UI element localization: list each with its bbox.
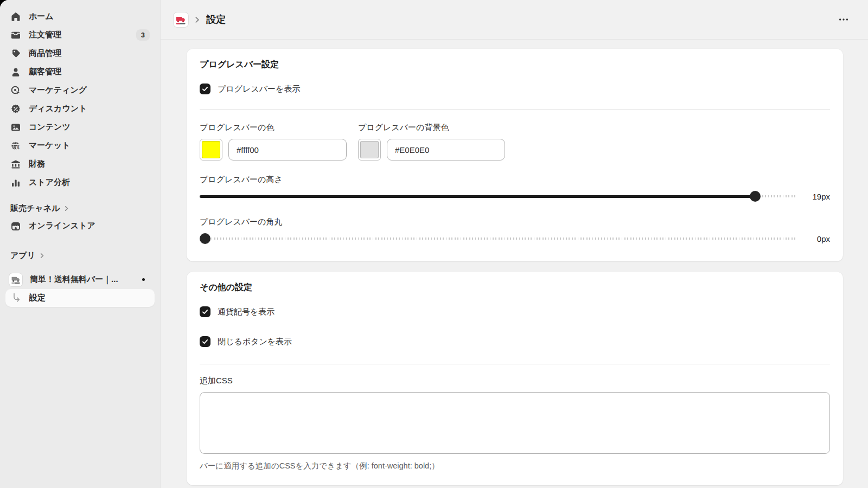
divider [200, 109, 830, 110]
slider-fill [200, 195, 760, 198]
sidebar-item-marketing[interactable]: マーケティング [5, 81, 155, 99]
sidebar-item-finance[interactable]: 財務 [5, 155, 155, 173]
bar-bg-color-swatch[interactable] [358, 139, 381, 160]
notification-dot [142, 278, 145, 281]
discount-badge-icon [10, 104, 21, 114]
sidebar-item-products[interactable]: 商品管理 [5, 44, 155, 62]
products-tag-icon [10, 48, 21, 59]
analytics-bars-icon [10, 177, 21, 188]
content-area: プログレスバー設定 プログレスバーを表示 プログレスバーの色 [161, 40, 868, 488]
checkbox-label: プログレスバーを表示 [218, 84, 300, 94]
bar-radius-value: 0px [804, 234, 830, 243]
bar-color-group: プログレスバーの色 [200, 123, 347, 160]
additional-css-label: 追加CSS [200, 376, 830, 386]
sidebar-item-label: 簡単！送料無料バー｜... [30, 274, 118, 285]
sidebar: ホーム 注文管理 3 商品管理 顧客管理 マーケティング ディスカウント コンテ… [0, 0, 161, 488]
sidebar-item-label: ホーム [29, 11, 54, 22]
check-icon [201, 308, 209, 316]
breadcrumb-chevron-icon [194, 16, 201, 23]
bar-height-label: プログレスバーの高さ [200, 175, 830, 185]
bar-height-slider[interactable] [200, 191, 799, 202]
sidebar-item-label: コンテンツ [29, 122, 71, 132]
sidebar-section-apps[interactable]: アプリ [5, 247, 155, 264]
progress-bar-settings-card: プログレスバー設定 プログレスバーを表示 プログレスバーの色 [187, 49, 843, 261]
sidebar-item-markets[interactable]: $ マーケット [5, 137, 155, 155]
orders-count-badge: 3 [136, 29, 150, 41]
page-title: 設定 [206, 13, 226, 26]
sidebar-item-label: 設定 [29, 293, 46, 303]
sidebar-item-label: 商品管理 [29, 48, 61, 59]
sidebar-item-online-store[interactable]: オンラインストア [5, 217, 155, 235]
additional-css-help-text: バーに適用する追加のCSSを入力できます（例: font-weight: bol… [200, 461, 830, 471]
breadcrumb-app-truck-icon[interactable] [174, 12, 188, 27]
bar-bg-color-label: プログレスバーの背景色 [358, 123, 505, 133]
elbow-arrow-icon [12, 293, 22, 303]
finance-bank-icon [10, 159, 21, 170]
sidebar-item-label: 顧客管理 [29, 67, 61, 77]
ellipsis-icon [838, 14, 849, 25]
sidebar-item-analytics[interactable]: ストア分析 [5, 174, 155, 191]
sidebar-item-label: ディスカウント [29, 104, 87, 114]
marketing-target-icon [10, 85, 21, 96]
bar-bg-color-group: プログレスバーの背景色 [358, 123, 505, 160]
slider-thumb[interactable] [200, 233, 210, 244]
bar-bg-color-swatch-fill [360, 141, 379, 158]
sidebar-item-label: マーケット [29, 140, 70, 151]
card-title: プログレスバー設定 [200, 59, 830, 70]
page-header: 設定 [161, 0, 868, 40]
sidebar-item-label: ストア分析 [29, 177, 70, 188]
bar-height-slider-row: 19px [200, 191, 830, 202]
sidebar-item-app-settings[interactable]: 設定 [5, 289, 155, 307]
show-close-button-checkbox[interactable] [200, 336, 210, 347]
sidebar-section-sales-channels[interactable]: 販売チャネル [5, 200, 155, 216]
additional-css-textarea[interactable] [200, 392, 830, 454]
svg-text:$: $ [17, 145, 19, 150]
sidebar-item-label: 注文管理 [29, 30, 61, 40]
content-image-icon [10, 122, 21, 133]
show-progress-bar-row: プログレスバーを表示 [200, 84, 830, 94]
sidebar-item-app-free-shipping-bar[interactable]: 簡単！送料無料バー｜... [5, 271, 155, 288]
other-settings-card: その他の設定 通貨記号を表示 閉じるボタンを表示 追加CSS バーに適用 [187, 272, 843, 485]
app-window: ホーム 注文管理 3 商品管理 顧客管理 マーケティング ディスカウント コンテ… [0, 0, 868, 488]
check-icon [201, 85, 209, 93]
more-options-button[interactable] [835, 11, 852, 28]
markets-globe-icon: $ [10, 140, 21, 151]
bar-height-value: 19px [804, 192, 830, 201]
section-label: アプリ [10, 251, 35, 261]
main-area: 設定 プログレスバー設定 プログレスバーを表示 プログレスバーの色 [161, 0, 868, 488]
sidebar-item-customers[interactable]: 顧客管理 [5, 63, 155, 81]
sidebar-item-content[interactable]: コンテンツ [5, 118, 155, 136]
slider-thumb[interactable] [750, 191, 761, 202]
orders-icon [10, 30, 21, 41]
chevron-right-icon [63, 206, 69, 211]
show-progress-bar-checkbox[interactable] [200, 84, 210, 94]
checkbox-label: 通貨記号を表示 [218, 307, 275, 317]
show-currency-row: 通貨記号を表示 [200, 306, 830, 317]
bar-radius-slider[interactable] [200, 233, 799, 244]
check-icon [201, 338, 209, 345]
checkbox-label: 閉じるボタンを表示 [218, 337, 292, 347]
section-label: 販売チャネル [10, 203, 60, 214]
sidebar-item-orders[interactable]: 注文管理 3 [5, 26, 155, 44]
app-truck-icon [9, 273, 22, 286]
bar-color-label: プログレスバーの色 [200, 123, 347, 133]
show-close-button-row: 閉じるボタンを表示 [200, 336, 830, 347]
slider-track [200, 237, 797, 240]
bar-color-input[interactable] [228, 139, 347, 160]
bar-color-swatch[interactable] [200, 139, 222, 160]
bar-radius-label: プログレスバーの角丸 [200, 217, 830, 227]
online-store-icon [10, 221, 21, 232]
color-settings-row: プログレスバーの色 プログレスバーの背景色 [200, 123, 830, 160]
customers-icon [10, 67, 21, 78]
home-icon [10, 11, 21, 22]
divider [200, 364, 830, 364]
sidebar-item-label: 財務 [29, 159, 45, 169]
bar-bg-color-input[interactable] [387, 139, 505, 160]
sidebar-item-home[interactable]: ホーム [5, 8, 155, 25]
bar-color-swatch-fill [202, 141, 220, 158]
show-currency-checkbox[interactable] [200, 306, 210, 317]
sidebar-item-label: マーケティング [29, 85, 87, 95]
sidebar-item-discounts[interactable]: ディスカウント [5, 100, 155, 118]
bar-radius-slider-row: 0px [200, 233, 830, 244]
card-title: その他の設定 [200, 282, 830, 293]
